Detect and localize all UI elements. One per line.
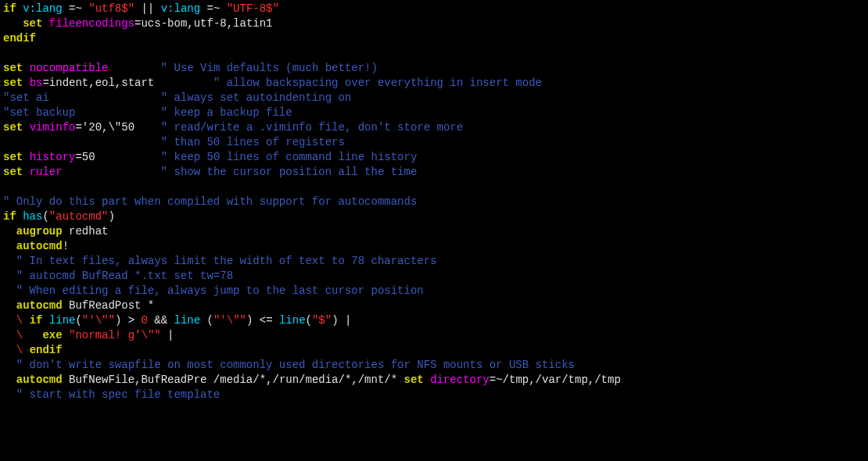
token-op bbox=[95, 151, 161, 163]
token-cmt: " Only do this part when compiled with s… bbox=[3, 195, 417, 208]
code-line[interactable]: if has("autocmd") bbox=[3, 209, 865, 224]
token-opt: viminfo bbox=[30, 121, 76, 134]
token-op bbox=[23, 77, 29, 89]
token-op bbox=[63, 329, 69, 341]
code-line[interactable]: autocmd! bbox=[3, 239, 865, 254]
code-line[interactable]: " Only do this part when compiled with s… bbox=[3, 195, 865, 209]
token-kw: set bbox=[404, 373, 424, 386]
token-cmt: "set backup " keep a backup file bbox=[3, 106, 292, 119]
token-id: v:lang bbox=[23, 2, 62, 15]
code-line[interactable]: endif bbox=[3, 31, 865, 46]
token-op: ( bbox=[42, 210, 48, 223]
token-opt: directory bbox=[430, 373, 490, 386]
code-line[interactable]: "set backup " keep a backup file bbox=[3, 105, 865, 120]
code-line[interactable]: augroup redhat bbox=[3, 224, 865, 239]
token-op: ! bbox=[63, 240, 69, 252]
token-kw: autocmd bbox=[16, 299, 63, 312]
token-op bbox=[42, 314, 48, 327]
token-op bbox=[424, 373, 430, 386]
code-line[interactable] bbox=[3, 46, 865, 61]
code-line[interactable]: set nocompatible " Use Vim defaults (muc… bbox=[3, 61, 865, 76]
token-cmt: " than 50 lines of registers bbox=[161, 136, 345, 148]
token-cmt: " allow backspacing over everything in i… bbox=[213, 77, 542, 89]
token-op bbox=[42, 17, 48, 30]
code-line[interactable]: set fileencodings=ucs-bom,utf-8,latin1 bbox=[3, 16, 865, 31]
token-op bbox=[3, 329, 16, 341]
token-kw: endif bbox=[30, 344, 63, 356]
token-op bbox=[23, 121, 29, 134]
code-line[interactable]: set history=50 " keep 50 lines of comman… bbox=[3, 150, 865, 165]
code-editor[interactable]: if v:lang =~ "utf8$" || v:lang =~ "UTF-8… bbox=[0, 0, 868, 404]
token-kw: set bbox=[3, 121, 23, 134]
code-line[interactable]: " start with spec file template bbox=[3, 388, 865, 402]
token-cmt: " don't write swapfile on most commonly … bbox=[16, 359, 575, 371]
token-op bbox=[16, 210, 23, 223]
token-val: BufNewFile,BufReadPre /media/*,/run/medi… bbox=[69, 373, 404, 386]
code-line[interactable]: autocmd BufReadPost * bbox=[3, 298, 865, 313]
token-op bbox=[3, 17, 23, 30]
code-line[interactable]: " In text files, always limit the width … bbox=[3, 254, 865, 269]
token-op bbox=[3, 373, 16, 386]
token-opt: history bbox=[30, 151, 76, 163]
token-op bbox=[63, 299, 69, 312]
token-op: = bbox=[75, 151, 81, 163]
token-esc: \ bbox=[16, 314, 23, 327]
code-line[interactable]: autocmd BufNewFile,BufReadPre /media/*,/… bbox=[3, 373, 865, 388]
token-op bbox=[3, 299, 16, 312]
token-kw: endif bbox=[3, 32, 36, 45]
token-cmt: " show the cursor position all the time bbox=[161, 166, 418, 178]
token-op bbox=[108, 62, 160, 74]
token-cmt: " When editing a file, always jump to th… bbox=[16, 284, 424, 297]
token-val: redhat bbox=[69, 225, 108, 238]
code-line[interactable]: " When editing a file, always jump to th… bbox=[3, 284, 865, 298]
code-line[interactable]: " don't write swapfile on most commonly … bbox=[3, 358, 865, 373]
code-line[interactable]: if v:lang =~ "utf8$" || v:lang =~ "UTF-8… bbox=[3, 2, 865, 16]
token-str: "utf8$" bbox=[88, 2, 135, 15]
token-str: "$" bbox=[312, 314, 332, 327]
token-kw: set bbox=[3, 166, 23, 178]
token-fn: line bbox=[279, 314, 306, 327]
token-kw: set bbox=[3, 151, 23, 163]
code-line[interactable]: \ if line("'\"") > 0 && line ("'\"") <= … bbox=[3, 313, 865, 328]
token-op bbox=[63, 225, 69, 238]
token-fn: line bbox=[49, 314, 76, 327]
token-op: = bbox=[490, 373, 496, 386]
token-val: 50 bbox=[82, 151, 95, 163]
token-op: ( bbox=[200, 314, 213, 327]
token-op bbox=[63, 373, 69, 386]
token-op bbox=[3, 284, 16, 297]
token-op bbox=[16, 2, 23, 15]
token-kw: augroup bbox=[16, 225, 63, 238]
token-kw: exe bbox=[42, 329, 62, 341]
token-op: =~ bbox=[63, 2, 89, 15]
token-val: '20,\"50 bbox=[82, 121, 135, 134]
token-op bbox=[3, 314, 16, 327]
token-op: ) bbox=[108, 210, 114, 223]
token-val: ~/tmp,/var/tmp,/tmp bbox=[496, 373, 621, 386]
token-op: | bbox=[161, 329, 174, 341]
token-opt: bs bbox=[30, 77, 43, 89]
token-opt: nocompatible bbox=[30, 62, 109, 74]
token-str: "normal! g'\"" bbox=[69, 329, 161, 341]
token-op: ( bbox=[306, 314, 312, 327]
token-val: ucs-bom,utf-8,latin1 bbox=[141, 17, 272, 30]
token-op bbox=[23, 151, 29, 163]
code-line[interactable] bbox=[3, 180, 865, 195]
token-id: v:lang bbox=[161, 2, 200, 15]
token-op: ) | bbox=[332, 314, 351, 327]
token-op bbox=[3, 388, 16, 401]
code-line[interactable]: "set ai " always set autoindenting on bbox=[3, 91, 865, 105]
code-line[interactable]: set ruler " show the cursor position all… bbox=[3, 165, 865, 180]
token-cmt: " keep 50 lines of command line history bbox=[161, 151, 418, 163]
code-line[interactable]: set bs=indent,eol,start " allow backspac… bbox=[3, 76, 865, 91]
code-line[interactable]: \ endif bbox=[3, 343, 865, 358]
token-op: && bbox=[148, 314, 174, 327]
code-line[interactable]: \ exe "normal! g'\"" | bbox=[3, 328, 865, 343]
code-line[interactable]: " autocmd BufRead *.txt set tw=78 bbox=[3, 269, 865, 284]
code-line[interactable]: set viminfo='20,\"50 " read/write a .vim… bbox=[3, 120, 865, 135]
code-line[interactable]: " than 50 lines of registers bbox=[3, 135, 865, 150]
token-op: = bbox=[42, 77, 48, 89]
token-op: ( bbox=[75, 314, 81, 327]
token-kw: set bbox=[3, 77, 23, 89]
token-op: ) > bbox=[115, 314, 142, 327]
